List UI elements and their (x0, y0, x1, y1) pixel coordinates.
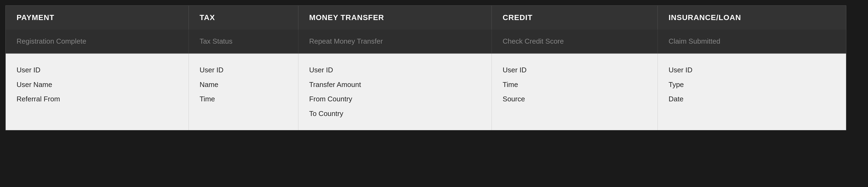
main-table-container: PAYMENTTAXMONEY TRANSFERCREDITINSURANCE/… (5, 5, 846, 130)
fields-col-4: User IDTypeDate (657, 53, 846, 130)
fields-row: User IDUser NameReferral FromUser IDName… (6, 53, 846, 130)
subtitle-row: Registration CompleteTax StatusRepeat Mo… (6, 30, 846, 53)
subtitle-col-3: Check Credit Score (492, 30, 658, 53)
field-item: Time (503, 79, 647, 91)
field-item: Type (669, 79, 835, 91)
field-item: Name (199, 79, 287, 91)
data-table: PAYMENTTAXMONEY TRANSFERCREDITINSURANCE/… (6, 6, 846, 130)
subtitle-col-2: Repeat Money Transfer (298, 30, 492, 53)
header-col-4: INSURANCE/LOAN (657, 6, 846, 30)
field-item: Referral From (17, 94, 178, 105)
field-item: User ID (669, 64, 835, 76)
fields-col-1: User IDNameTime (188, 53, 298, 130)
fields-col-2: User IDTransfer AmountFrom CountryTo Cou… (298, 53, 492, 130)
header-row: PAYMENTTAXMONEY TRANSFERCREDITINSURANCE/… (6, 6, 846, 30)
field-item: Source (503, 94, 647, 105)
fields-col-0: User IDUser NameReferral From (6, 53, 188, 130)
header-col-2: MONEY TRANSFER (298, 6, 492, 30)
header-col-1: TAX (188, 6, 298, 30)
field-item: Date (669, 94, 835, 105)
field-item: Time (199, 94, 287, 105)
field-item: User ID (17, 64, 178, 76)
subtitle-col-1: Tax Status (188, 30, 298, 53)
subtitle-col-4: Claim Submitted (657, 30, 846, 53)
field-item: User ID (309, 64, 480, 76)
field-item: Transfer Amount (309, 79, 480, 91)
header-col-0: PAYMENT (6, 6, 188, 30)
subtitle-col-0: Registration Complete (6, 30, 188, 53)
field-item: User Name (17, 79, 178, 91)
field-item: User ID (503, 64, 647, 76)
header-col-3: CREDIT (492, 6, 658, 30)
field-item: From Country (309, 94, 480, 105)
fields-col-3: User IDTimeSource (492, 53, 658, 130)
field-item: To Country (309, 108, 480, 120)
field-item: User ID (199, 64, 287, 76)
